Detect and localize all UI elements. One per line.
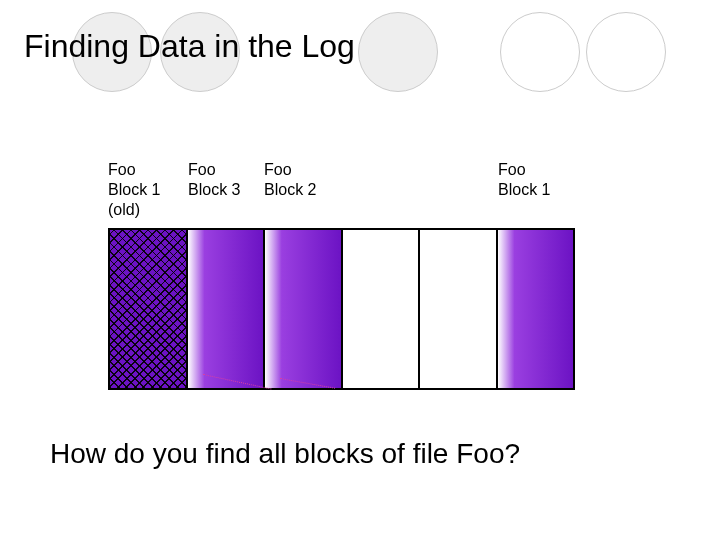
log-block-free [341, 228, 421, 390]
slide-title: Finding Data in the Log [24, 28, 355, 65]
decorative-circle [500, 12, 580, 92]
decorative-circle [586, 12, 666, 92]
log-block [186, 228, 266, 390]
log-block-free [418, 228, 498, 390]
log-block-row [108, 228, 585, 390]
block-label-6: Foo Block 1 [498, 160, 550, 200]
block-label-3: Foo Block 2 [264, 160, 316, 200]
slide-question: How do you find all blocks of file Foo? [50, 438, 520, 470]
log-block-old [108, 228, 188, 390]
log-block [263, 228, 343, 390]
block-label-1: Foo Block 1 (old) [108, 160, 160, 220]
decorative-circle [358, 12, 438, 92]
block-label-2: Foo Block 3 [188, 160, 240, 200]
slide: Finding Data in the Log Foo Block 1 (old… [0, 0, 720, 540]
log-block [496, 228, 576, 390]
